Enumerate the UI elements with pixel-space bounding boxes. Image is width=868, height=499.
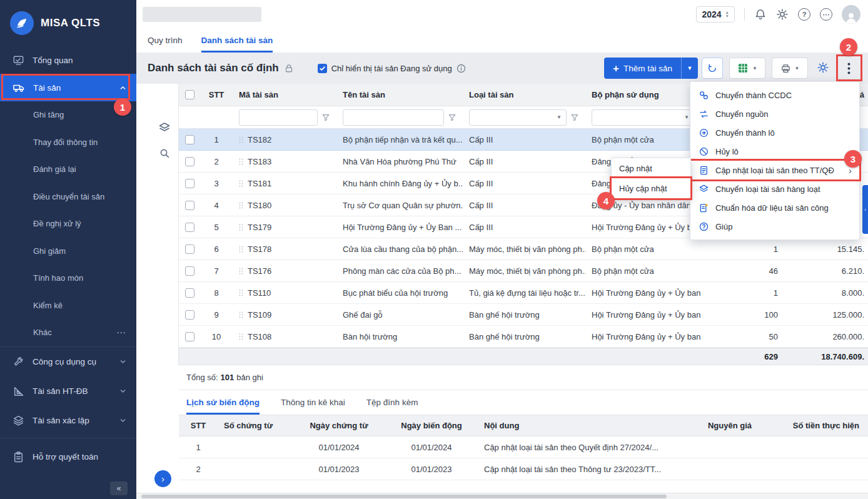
menu-item-chuan-hoa-du-lieu-tai-san-cong[interactable]: Chuẩn hóa dữ liệu tài sản công bbox=[690, 198, 859, 217]
menu-item-cap-nhat-loai-tai-san-theo-tt-qd[interactable]: Cập nhật loại tài sản theo TT/QĐ › bbox=[690, 161, 859, 179]
sidebar-item-cong-cu-dung-cu[interactable]: Công cụ dụng cụ bbox=[0, 347, 136, 376]
refresh-button[interactable] bbox=[702, 58, 723, 79]
cell-name: Bục phát biểu của hội trường bbox=[336, 282, 463, 303]
row-checkbox[interactable] bbox=[185, 288, 194, 298]
sidebar-item-thay-doi-thong-tin[interactable]: Thay đổi thông tin bbox=[0, 129, 136, 156]
sidebar-collapse-button[interactable]: « bbox=[110, 481, 128, 495]
more-options-button[interactable]: ⋯ bbox=[820, 8, 832, 21]
row-checkbox[interactable] bbox=[185, 310, 194, 320]
row-checkbox[interactable] bbox=[185, 223, 194, 232]
filter-funnel-icon[interactable] bbox=[321, 113, 330, 122]
sidebar-item-tinh-hao-mon[interactable]: Tính hao mòn bbox=[0, 265, 136, 292]
row-checkbox[interactable] bbox=[185, 157, 194, 166]
row-checkbox[interactable] bbox=[185, 201, 194, 210]
filter-dept-select[interactable]: ▼ bbox=[592, 109, 694, 126]
row-checkbox[interactable] bbox=[185, 244, 194, 254]
cell-type: Bàn ghế hội trường bbox=[463, 326, 585, 347]
table-settings-button[interactable] bbox=[815, 61, 830, 76]
history-table: STT Số chứng từ Ngày chứng từ Ngày biến … bbox=[179, 415, 868, 480]
table-row[interactable]: 8 TS110 Bục phát biểu của hội trường Tủ,… bbox=[179, 282, 868, 304]
tab-danh-sach-tai-san[interactable]: Danh sách tài sản bbox=[201, 36, 273, 53]
history-row[interactable]: 2 01/01/2023 01/01/2023 Cập nhật loại tà… bbox=[179, 458, 868, 480]
table-row[interactable]: 6 TS178 Cửa lùa cầu thang của bộ phận...… bbox=[179, 238, 868, 260]
sidebar-item-kiem-ke[interactable]: Kiểm kê bbox=[0, 292, 136, 320]
cell-name: Phông màn các cửa của Bộ ph... bbox=[336, 260, 463, 281]
sidebar-item-tai-san-ht-db[interactable]: Tài sản HT-ĐB bbox=[0, 376, 136, 406]
right-panel-handle[interactable]: ‹ bbox=[862, 185, 868, 234]
cell-name: Hội Trường Đảng ủy + Ủy Ban ... bbox=[336, 216, 463, 238]
select-all-checkbox[interactable] bbox=[185, 90, 194, 99]
tab-thong-tin-ke-khai[interactable]: Thông tin kê khai bbox=[281, 398, 345, 415]
sidebar-item-ghi-tang[interactable]: Ghi tăng bbox=[0, 101, 136, 129]
drag-grip-icon bbox=[239, 246, 243, 253]
table-row[interactable]: 7 TS176 Phông màn các cửa của Bộ ph... M… bbox=[179, 260, 868, 282]
avatar[interactable] bbox=[842, 5, 860, 24]
filter-funnel-icon[interactable] bbox=[448, 113, 457, 122]
row-checkbox[interactable] bbox=[185, 135, 194, 144]
cell-type: Cấp III bbox=[463, 129, 585, 150]
drag-grip-icon bbox=[239, 136, 243, 143]
overview-icon bbox=[13, 54, 24, 66]
year-selector[interactable]: 2024 ▲▼ bbox=[696, 6, 735, 23]
history-row[interactable]: 1 01/01/2024 01/01/2024 Cập nhật loại tà… bbox=[179, 436, 868, 458]
row-checkbox[interactable] bbox=[185, 179, 194, 188]
menu-item-giup[interactable]: Giúp bbox=[690, 217, 859, 236]
column-header-amount: Số tiền thực hiện bbox=[758, 415, 865, 436]
sidebar-item-tong-quan[interactable]: Tổng quan bbox=[0, 46, 136, 74]
sidebar-item-danh-gia-lai[interactable]: Đánh giá lại bbox=[0, 156, 136, 183]
sidebar-item-khac[interactable]: Khác ⋯ bbox=[0, 319, 136, 346]
filter-code-input[interactable] bbox=[239, 109, 318, 126]
sidebar-item-de-nghi-xu-ly[interactable]: Đề nghị xử lý bbox=[0, 210, 136, 238]
column-header-stt[interactable]: STT bbox=[200, 84, 233, 106]
table-row[interactable]: 9 TS109 Ghế đai gỗ Bàn ghế hội trường Hộ… bbox=[179, 304, 868, 326]
cell-doc-date: 01/01/2024 bbox=[293, 436, 385, 458]
cell-doc-no bbox=[218, 436, 293, 458]
menu-item-huy-lo[interactable]: Hủy lô bbox=[690, 142, 859, 161]
menu-item-label: Chuyển thành CCDC bbox=[715, 91, 852, 100]
settings-button[interactable] bbox=[776, 8, 789, 21]
column-header-code[interactable]: Mã tài sản bbox=[233, 84, 336, 106]
page-title: Danh sách tài sản cố định bbox=[148, 62, 279, 74]
submenu-item-cap-nhat[interactable]: Cập nhật bbox=[612, 158, 690, 178]
tab-lich-su-bien-dong[interactable]: Lịch sử biến động bbox=[186, 398, 260, 415]
sidebar-item-tai-san-xac-lap[interactable]: Tài sản xác lập bbox=[0, 406, 136, 435]
menu-item-chuyen-thanh-ccdc[interactable]: Chuyển thành CCDC bbox=[690, 86, 859, 104]
help-button[interactable]: ? bbox=[798, 8, 810, 21]
column-header-name[interactable]: Tên tài sản bbox=[336, 84, 463, 106]
filter-type-select[interactable]: ▼ bbox=[469, 109, 567, 126]
row-checkbox[interactable] bbox=[185, 332, 194, 341]
add-asset-button[interactable]: + Thêm tài sản bbox=[604, 58, 681, 79]
group-layers-icon[interactable] bbox=[158, 121, 171, 134]
menu-item-chuyen-nguon[interactable]: Chuyển nguồn bbox=[690, 104, 859, 123]
table-row[interactable]: 10 TS108 Bàn hội trường Bàn ghế hội trườ… bbox=[179, 326, 868, 348]
tab-tep-dinh-kem[interactable]: Tệp đính kèm bbox=[366, 398, 418, 415]
export-excel-button[interactable]: ▼ bbox=[729, 58, 765, 79]
menu-item-label: Cập nhật loại tài sản theo TT/QĐ bbox=[715, 166, 842, 175]
tab-label: Thông tin kê khai bbox=[281, 398, 345, 407]
search-icon[interactable] bbox=[159, 148, 170, 159]
checkbox-checked-icon[interactable] bbox=[318, 64, 327, 73]
menu-item-chuyen-loai-tai-san-hang-loat[interactable]: Chuyển loại tài sản hàng loạt bbox=[690, 179, 859, 198]
row-checkbox[interactable] bbox=[185, 266, 194, 276]
horizontal-scrollbar[interactable] bbox=[136, 493, 868, 499]
column-header-type[interactable]: Loại tài sản bbox=[463, 84, 585, 106]
filter-in-use-checkbox[interactable]: Chỉ hiển thị tài sản Đang sử dụng bbox=[318, 64, 466, 73]
cell-type: Tủ, giá kệ đựng tài liệu hoặc tr... bbox=[463, 282, 585, 303]
sidebar-item-ho-tro-quyet-toan[interactable]: Hỗ trợ quyết toán bbox=[0, 442, 136, 471]
list-toolbar: Danh sách tài sản cố định Chỉ hiển thị t… bbox=[136, 53, 868, 84]
sidebar-item-dieu-chuyen-tai-san[interactable]: Điều chuyển tài sản bbox=[0, 183, 136, 211]
scrollbar-thumb[interactable] bbox=[141, 495, 667, 498]
notifications-button[interactable] bbox=[754, 8, 767, 21]
more-actions-button[interactable] bbox=[838, 58, 859, 79]
year-spinner-icon[interactable]: ▲▼ bbox=[725, 11, 729, 18]
add-asset-dropdown-button[interactable]: ▼ bbox=[682, 58, 698, 79]
submenu-item-huy-cap-nhat[interactable]: Hủy cập nhật bbox=[612, 178, 690, 198]
tab-quy-trinh[interactable]: Quy trình bbox=[148, 36, 183, 53]
menu-item-chuyen-thanh-lo[interactable]: Chuyển thành lô bbox=[690, 123, 859, 142]
sidebar-item-ghi-giam[interactable]: Ghi giảm bbox=[0, 238, 136, 265]
print-button[interactable]: ▼ bbox=[772, 58, 808, 79]
filter-funnel-icon[interactable] bbox=[570, 113, 579, 122]
sidebar-item-tai-san[interactable]: Tài sản bbox=[0, 74, 136, 101]
filter-name-input[interactable] bbox=[343, 109, 444, 126]
expand-panel-button[interactable]: › bbox=[154, 470, 171, 487]
